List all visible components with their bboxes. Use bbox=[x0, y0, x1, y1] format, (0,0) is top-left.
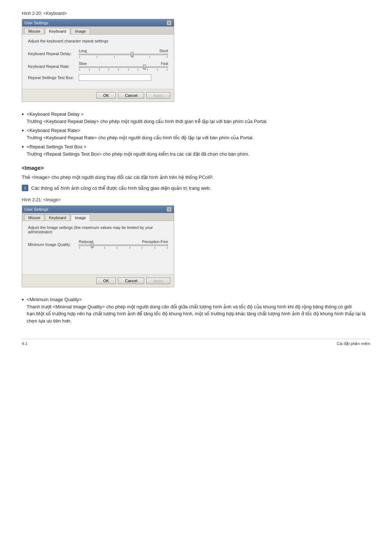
bullet1-title3: <Repeat Settings Test Box > bbox=[27, 143, 249, 151]
image-quality-track[interactable] bbox=[79, 245, 168, 246]
bullet1-item3: • <Repeat Settings Test Box > Trường <Re… bbox=[22, 143, 370, 157]
image-tab-keyboard[interactable]: Keyboard bbox=[45, 214, 70, 221]
image-section-heading: <Image> bbox=[22, 165, 370, 171]
bullet1-text2: Trường <Keyboard Repeat Rate> cho phép m… bbox=[27, 134, 254, 141]
keyboard-cancel-button[interactable]: Cancel bbox=[118, 92, 144, 99]
bullets2-list: • <Minimum Image Quality> Thanh trượt <M… bbox=[22, 296, 370, 324]
keyboard-tab-image[interactable]: Image bbox=[71, 28, 90, 34]
image-dialog-description: Adjust the Image settings (the maximum v… bbox=[28, 225, 168, 234]
bullets1-list: • <Keyboard Repeat Delay > Trường <Keybo… bbox=[22, 111, 370, 157]
image-quality-max-label: Perception-Free bbox=[142, 240, 168, 244]
bullet1-title1: <Keyboard Repeat Delay > bbox=[27, 111, 268, 118]
bullet1-dot2: • bbox=[22, 128, 24, 141]
keyboard-rate-min-label: Slow bbox=[79, 62, 87, 66]
image-note-text: Các thông số hình ảnh cũng có thể được c… bbox=[31, 185, 211, 192]
keyboard-testbox-label: Repeat Settings Test Box: bbox=[28, 75, 79, 80]
image-dialog-close[interactable]: × bbox=[167, 207, 172, 212]
image-quality-thumb[interactable] bbox=[91, 243, 94, 248]
keyboard-dialog-close[interactable]: × bbox=[167, 20, 172, 25]
bullet1-dot1: • bbox=[22, 111, 24, 125]
keyboard-rate-label: Keyboard Repeat Rate: bbox=[28, 64, 79, 69]
bullet1-title2: <Keyboard Repeat Rate> bbox=[27, 127, 254, 134]
footer-page-number: 4-1 bbox=[22, 341, 28, 346]
keyboard-apply-button[interactable]: Apply bbox=[146, 92, 170, 99]
figure2-caption: Hình 2-21: <Image> bbox=[22, 197, 370, 202]
keyboard-delay-track[interactable] bbox=[79, 54, 168, 55]
image-tab-mouse[interactable]: Mouse bbox=[24, 214, 44, 221]
image-dialog-title: User Settings bbox=[24, 207, 48, 212]
image-section-description: Thẻ <Image> cho phép một người dùng thay… bbox=[22, 174, 370, 181]
keyboard-dialog: User Settings × Mouse Keyboard Image Adj… bbox=[22, 19, 174, 102]
image-note-box: i Các thông số hình ảnh cũng có thể được… bbox=[22, 185, 370, 192]
keyboard-rate-track[interactable] bbox=[79, 66, 168, 68]
bullet1-item2: • <Keyboard Repeat Rate> Trường <Keyboar… bbox=[22, 127, 370, 141]
image-apply-button[interactable]: Apply bbox=[146, 278, 170, 284]
footer-section-title: Cài đặt phần mềm bbox=[336, 341, 370, 346]
keyboard-delay-label: Keyboard Repeat Delay: bbox=[28, 52, 79, 56]
keyboard-delay-max-label: Short bbox=[159, 49, 168, 53]
keyboard-delay-min-label: Long bbox=[79, 49, 87, 53]
keyboard-testbox-input[interactable] bbox=[79, 74, 151, 81]
bullet2-text1: Thanh trượt <Minimal Image Quality> cho … bbox=[27, 303, 370, 325]
image-section: <Image> Thẻ <Image> cho phép một người d… bbox=[22, 165, 370, 192]
keyboard-rate-max-label: Fast bbox=[161, 62, 168, 66]
image-quality-label: Minimum Image Quality: bbox=[28, 242, 79, 247]
bullet1-text3: Trường <Repeat Settings Test Box> cho ph… bbox=[27, 151, 249, 158]
image-tab-image[interactable]: Image bbox=[71, 214, 90, 221]
keyboard-dialog-description: Adjust the keyboard character repeat set… bbox=[28, 39, 168, 43]
bullet2-title1: <Minimum Image Quality> bbox=[27, 296, 370, 303]
bullet1-dot3: • bbox=[22, 144, 24, 157]
image-ok-button[interactable]: OK bbox=[96, 278, 116, 284]
figure1-caption: Hình 2-20: <Keyboard> bbox=[22, 11, 370, 16]
keyboard-delay-thumb[interactable] bbox=[131, 52, 134, 57]
keyboard-tab-mouse[interactable]: Mouse bbox=[24, 28, 44, 34]
keyboard-tab-keyboard[interactable]: Keyboard bbox=[45, 28, 70, 34]
bullet1-item1: • <Keyboard Repeat Delay > Trường <Keybo… bbox=[22, 111, 370, 125]
image-cancel-button[interactable]: Cancel bbox=[118, 278, 144, 284]
page-footer: 4-1 Cài đặt phần mềm bbox=[22, 339, 370, 346]
bullet2-dot1: • bbox=[22, 297, 24, 324]
keyboard-ok-button[interactable]: OK bbox=[96, 92, 116, 99]
bullet1-text1: Trường <Keyboard Repeat Delay> cho phép … bbox=[27, 118, 268, 125]
keyboard-dialog-title: User Settings bbox=[24, 21, 48, 25]
image-dialog: User Settings × Mouse Keyboard Image Adj… bbox=[22, 205, 174, 287]
note-icon: i bbox=[22, 185, 28, 191]
keyboard-rate-thumb[interactable] bbox=[143, 65, 146, 70]
bullet2-item1: • <Minimum Image Quality> Thanh trượt <M… bbox=[22, 296, 370, 324]
